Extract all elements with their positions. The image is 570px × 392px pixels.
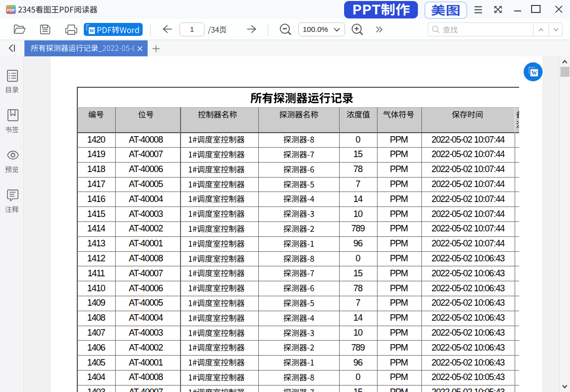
- svg-text:W: W: [531, 70, 537, 76]
